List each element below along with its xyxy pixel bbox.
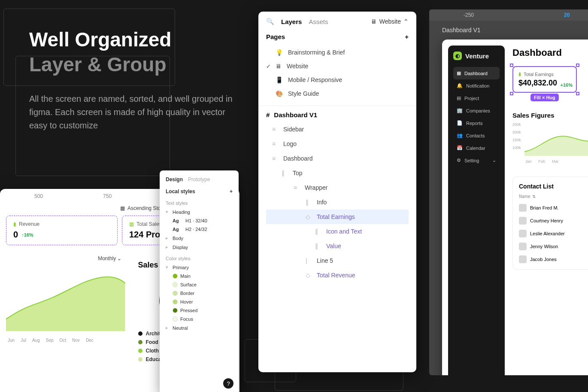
- color-swatch[interactable]: Focus: [166, 316, 233, 322]
- period-dropdown[interactable]: Monthly ⌄: [98, 255, 121, 261]
- search-icon[interactable]: 🔍: [266, 18, 274, 25]
- color-swatch[interactable]: Main: [166, 273, 233, 279]
- frame-title[interactable]: # Dashboard V1: [266, 111, 409, 119]
- sidebar-item-dashboard[interactable]: ▦Dashboard: [453, 67, 500, 79]
- page-item[interactable]: 🎨Style Guide: [266, 87, 409, 100]
- layer-type-icon: |: [306, 257, 312, 264]
- earnings-icon: ▮: [518, 71, 521, 77]
- sidebar-item-reports[interactable]: 📄Reports: [453, 117, 500, 129]
- layer-row[interactable]: ‖Info: [266, 195, 409, 210]
- x-axis-small: JanFebMar: [525, 159, 588, 164]
- color-swatch[interactable]: Pressed: [166, 308, 233, 313]
- layer-row[interactable]: ‖Icon and Text: [266, 224, 409, 239]
- sidebar-item-companies[interactable]: 🏢Companies: [453, 104, 500, 117]
- contact-row[interactable]: Courtney Henry: [519, 217, 588, 225]
- logo-icon: ◐: [453, 52, 462, 60]
- tab-design[interactable]: Design: [166, 176, 183, 182]
- text-style-display[interactable]: Display: [173, 245, 188, 250]
- contact-row[interactable]: Brian Fred M.: [519, 204, 588, 212]
- page-item[interactable]: 🖥Website: [266, 59, 409, 73]
- nav-icon: 👥: [457, 133, 463, 138]
- text-style-h1[interactable]: H1 · 32/40: [185, 218, 207, 223]
- page-dropdown[interactable]: 🖥 Website ⌃: [371, 18, 409, 25]
- nav-icon: ⚙: [457, 158, 461, 163]
- color-swatch[interactable]: Border: [166, 291, 233, 296]
- sales-figures-title: Sales Figures: [512, 112, 588, 119]
- x-axis: JunJulAugSepOctNovDec: [6, 338, 125, 343]
- name-column-header[interactable]: Name⇅: [519, 194, 588, 199]
- text-styles-heading: Text styles: [166, 201, 233, 206]
- color-group-neutral[interactable]: Neutral: [173, 325, 188, 331]
- layer-row[interactable]: ‖Top: [266, 166, 409, 180]
- layer-row[interactable]: ≡Logo: [266, 137, 409, 151]
- nav-icon: ▦: [457, 70, 461, 76]
- contact-list-card: Contact List Name⇅ Brian Fred M.Courtney…: [512, 176, 588, 270]
- contact-row[interactable]: Jenny Wilson: [519, 243, 588, 250]
- page-icon: 🖥: [276, 63, 282, 70]
- text-style-heading[interactable]: Heading: [173, 210, 190, 215]
- nav-icon: 🏢: [457, 108, 463, 113]
- layer-type-icon: ‖: [315, 228, 322, 235]
- add-style-button[interactable]: +: [230, 188, 233, 194]
- frame-name-label[interactable]: Dashboard V1: [442, 27, 481, 33]
- nav-icon: ▤: [457, 95, 461, 101]
- text-style-body[interactable]: Body: [173, 236, 183, 241]
- pages-heading: Pages: [266, 33, 285, 40]
- canvas-ruler: -250 20: [429, 9, 588, 21]
- sidebar: ◐ Venture ▦Dashboard🔔Notification▤Projec…: [448, 46, 505, 375]
- page-title: Dashboard: [512, 47, 588, 58]
- layer-type-icon: ‖: [315, 243, 322, 249]
- color-styles-heading: Color styles: [166, 256, 233, 261]
- tab-assets[interactable]: Assets: [309, 18, 328, 25]
- layer-row[interactable]: ◇Total Earnings: [266, 210, 409, 224]
- sidebar-item-contacts[interactable]: 👥Contacts: [453, 129, 500, 142]
- layer-type-icon: ◇: [306, 213, 312, 220]
- tab-layers[interactable]: Layers: [281, 18, 302, 25]
- avatar: [519, 230, 527, 237]
- color-swatch[interactable]: Hover: [166, 299, 233, 304]
- main-content: Dashboard ▮Total Earnings $40,832.00 +16…: [505, 40, 588, 375]
- layer-type-icon: ≡: [272, 126, 279, 133]
- layer-type-icon: ‖: [282, 170, 288, 176]
- layer-row[interactable]: |Line 5: [266, 253, 409, 268]
- sales-figures-chart: [524, 130, 588, 156]
- store-icon: ▦: [120, 205, 125, 211]
- area-chart: Monthly ⌄ JunJulAugSepOctNovDec: [6, 255, 125, 370]
- desktop-icon: 🖥: [371, 18, 377, 25]
- color-swatch[interactable]: Surface: [166, 282, 233, 287]
- sidebar-item-notification[interactable]: 🔔Notification: [453, 79, 500, 92]
- sidebar-nav: ▦Dashboard🔔Notification▤Project🏢Companie…: [453, 67, 500, 167]
- hero-desc: All the screen are named, sorted, and we…: [29, 92, 244, 132]
- help-button[interactable]: ?: [223, 378, 233, 389]
- nav-icon: 🔔: [457, 83, 463, 88]
- page-item[interactable]: 💡Brainstorming & Brief: [266, 46, 409, 59]
- page-icon: 💡: [276, 49, 283, 56]
- tab-prototype[interactable]: Prototype: [188, 176, 210, 182]
- logo[interactable]: ◐ Venture: [453, 52, 500, 60]
- text-style-h2[interactable]: H2 · 24/32: [185, 227, 207, 232]
- layer-row[interactable]: ‖Value: [266, 239, 409, 253]
- hero: Well Organized Layer & Group All the scr…: [29, 27, 244, 132]
- kpi-revenue: ▮Revenue 0↑16%: [6, 216, 118, 245]
- contacts-title: Contact List: [519, 183, 588, 190]
- avatar: [519, 243, 527, 250]
- layer-row[interactable]: ≡Dashboard: [266, 151, 409, 166]
- total-earnings-card[interactable]: ▮Total Earnings $40,832.00 +16% Fill × H…: [512, 66, 577, 93]
- chevron-up-icon: ⌃: [403, 18, 409, 25]
- sidebar-item-setting[interactable]: ⚙Setting⌄: [453, 154, 500, 167]
- layer-row[interactable]: ≡Sidebar: [266, 122, 409, 137]
- dashboard-frame[interactable]: ◐ Venture ▦Dashboard🔔Notification▤Projec…: [442, 40, 588, 375]
- avatar: [519, 204, 527, 212]
- contact-row[interactable]: Leslie Alexander: [519, 230, 588, 237]
- add-page-button[interactable]: +: [405, 33, 409, 40]
- page-item[interactable]: 📱Mobile / Responsive: [266, 73, 409, 87]
- canvas-area: -250 20 Dashboard V1 ◐ Venture ▦Dashboar…: [429, 9, 588, 375]
- cart-icon: ▦: [129, 221, 134, 227]
- contact-row[interactable]: Jacob Jones: [519, 255, 588, 263]
- color-group-primary[interactable]: Primary: [173, 265, 189, 270]
- sidebar-item-project[interactable]: ▤Project: [453, 92, 500, 104]
- layer-row[interactable]: ◇Total Revenue: [266, 268, 409, 283]
- nav-icon: 📅: [457, 145, 463, 151]
- sidebar-item-calendar[interactable]: 📅Calendar: [453, 142, 500, 154]
- layer-row[interactable]: ≡Wrapper: [266, 180, 409, 195]
